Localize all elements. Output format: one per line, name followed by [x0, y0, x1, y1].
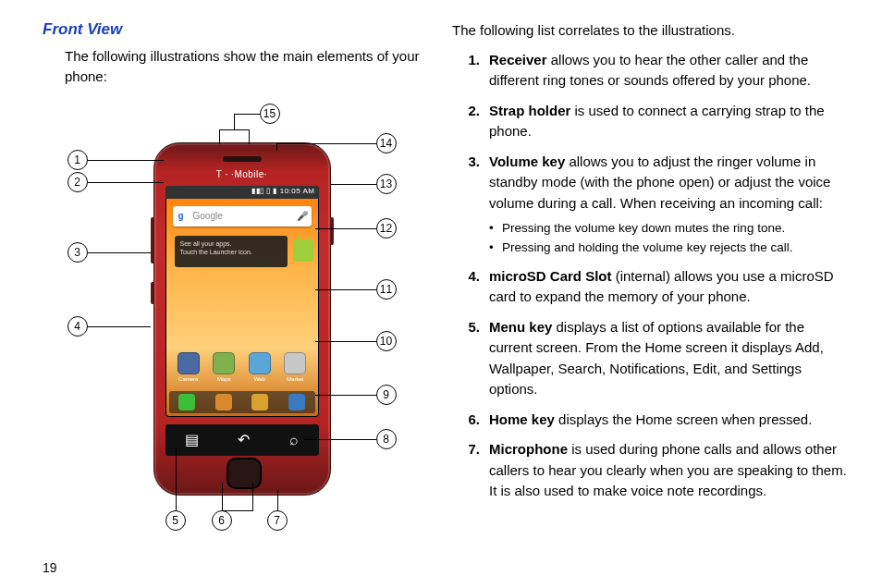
dock	[169, 391, 315, 413]
list-item: 4. microSD Card Slot (internal) allows y…	[452, 266, 851, 308]
power-key	[330, 217, 334, 245]
lead-12	[315, 228, 376, 230]
menu-key-icon: ▤	[185, 431, 199, 448]
lead-8	[304, 439, 376, 441]
apps-icon	[288, 394, 305, 410]
callout-2: 2	[67, 172, 88, 192]
android-icon	[293, 239, 313, 262]
callout-7: 7	[267, 510, 288, 531]
messages-icon	[251, 394, 268, 410]
item-term: Strap holder	[489, 103, 570, 118]
lead-15a	[219, 129, 221, 144]
clock: 10:05 AM	[280, 187, 315, 195]
lead-15d	[234, 114, 236, 129]
item-number: 5.	[452, 317, 489, 400]
lead-6c	[222, 510, 253, 512]
lead-15c	[219, 129, 249, 131]
item-number: 1.	[452, 50, 489, 92]
shortcut-camera: Camera	[175, 352, 202, 387]
callout-10: 10	[376, 331, 397, 351]
lead-13	[330, 184, 376, 186]
callout-4: 4	[67, 316, 88, 337]
callout-11: 11	[376, 279, 397, 300]
lead-2	[88, 182, 164, 184]
lead-14b	[276, 143, 278, 151]
item-number: 3.	[452, 152, 489, 257]
callout-5: 5	[165, 510, 186, 531]
left-intro: The following illustrations show the mai…	[65, 46, 430, 87]
list-item: 5. Menu key displays a list of options a…	[452, 317, 851, 400]
lead-15e	[234, 114, 260, 116]
lead-1	[88, 160, 164, 162]
item-term: Home key	[489, 411, 555, 427]
list-item: 7. Microphone is used during phone calls…	[452, 439, 851, 502]
item-number: 4.	[452, 266, 489, 308]
item-term: Menu key	[489, 319, 552, 335]
callout-12: 12	[376, 218, 397, 239]
google-logo-icon: g	[173, 211, 190, 221]
page-number: 19	[43, 560, 57, 575]
tips-widget: See all your apps. Touch the Launcher ic…	[175, 236, 288, 267]
lead-5	[176, 447, 178, 510]
right-intro: The following list correlates to the ill…	[452, 20, 851, 41]
sub-list: Pressing the volume key down mutes the r…	[489, 219, 851, 257]
phone-body: T · ·Mobile· ▮▮▯ ▯ ▮ 10:05 AM g Google 🎤…	[153, 142, 331, 496]
google-search-widget: g Google 🎤	[173, 206, 312, 227]
volume-key	[151, 217, 154, 263]
lead-6b	[252, 483, 254, 510]
sd-slot	[151, 282, 154, 304]
item-term: Microphone	[489, 441, 568, 457]
lead-7	[277, 490, 279, 510]
web-icon	[249, 352, 271, 374]
lead-14a	[276, 143, 376, 145]
item-number: 6.	[452, 410, 489, 431]
sub-item: Pressing and holding the volume key reje…	[489, 239, 851, 257]
shortcut-row: Camera Maps Web Market	[171, 352, 313, 387]
item-number: 2.	[452, 101, 489, 142]
shortcut-market: Market	[281, 352, 309, 387]
callout-6: 6	[212, 510, 232, 531]
phone-diagram: T · ·Mobile· ▮▮▯ ▯ ▮ 10:05 AM g Google 🎤…	[47, 96, 426, 540]
callout-8: 8	[376, 429, 397, 449]
item-term: Receiver	[489, 52, 547, 67]
lead-15b	[249, 129, 251, 144]
sub-item: Pressing the volume key down mutes the r…	[489, 219, 851, 238]
section-heading: Front View	[43, 20, 430, 39]
carrier-label: T · ·Mobile·	[154, 169, 330, 179]
description-list: 1. Receiver allows you to hear the other…	[452, 50, 851, 502]
status-bar: ▮▮▯ ▯ ▮ 10:05 AM	[165, 186, 319, 199]
item-term: Volume key	[489, 153, 565, 169]
lead-9	[315, 395, 376, 397]
receiver-slot	[223, 156, 262, 162]
signal-icon: ▮▮▯ ▯ ▮	[251, 187, 280, 195]
market-icon	[284, 352, 306, 374]
phone-screen: ▮▮▯ ▯ ▮ 10:05 AM g Google 🎤 See all your…	[165, 186, 319, 417]
lead-10	[315, 341, 376, 343]
back-key-icon: ↶	[238, 431, 250, 448]
camera-icon	[178, 352, 200, 374]
callout-9: 9	[376, 385, 397, 405]
callout-13: 13	[376, 174, 397, 194]
callout-1: 1	[67, 150, 88, 170]
voice-search-icon: 🎤	[293, 211, 312, 221]
callout-14: 14	[376, 133, 397, 153]
lead-6a	[222, 483, 224, 510]
search-placeholder: Google	[190, 211, 293, 221]
home-key	[227, 458, 262, 489]
maps-icon	[213, 352, 235, 374]
list-item: 2. Strap holder is used to connect a car…	[452, 101, 851, 142]
shortcut-web: Web	[246, 352, 274, 387]
list-item: 1. Receiver allows you to hear the other…	[452, 50, 851, 92]
item-number: 7.	[452, 439, 489, 502]
contacts-icon	[215, 394, 232, 410]
callout-15: 15	[260, 104, 280, 124]
shortcut-maps: Maps	[210, 352, 238, 387]
softkey-row: ▤ ↶ ⌕	[165, 424, 319, 456]
lead-3	[88, 252, 151, 254]
phone-icon	[178, 394, 195, 410]
item-term: microSD Card Slot	[489, 268, 612, 284]
list-item: 6. Home key displays the Home screen whe…	[452, 410, 851, 431]
list-item: 3. Volume key allows you to adjust the r…	[452, 152, 851, 257]
item-text: displays the Home screen when pressed.	[555, 411, 812, 427]
search-key-icon: ⌕	[289, 432, 299, 448]
